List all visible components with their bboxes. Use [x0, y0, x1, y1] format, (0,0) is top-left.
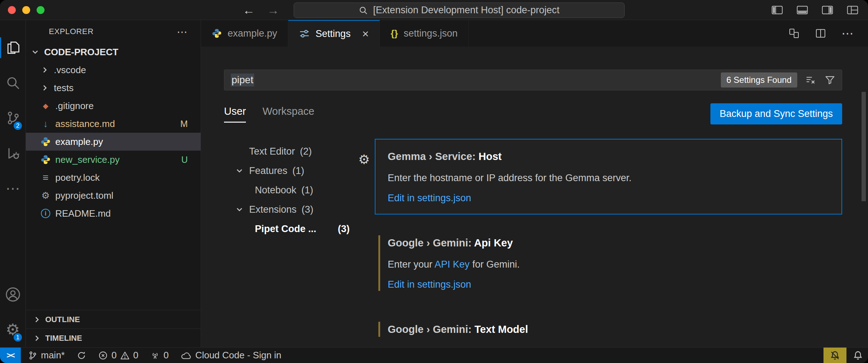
workbench: 2 ⋯ ⚙ 1 [0, 20, 868, 347]
clear-settings-search-icon[interactable] [805, 75, 816, 85]
remote-indicator[interactable]: >< [0, 348, 21, 363]
sync-icon [77, 351, 86, 360]
editor-actions: ⋯ [788, 20, 868, 47]
folder-tests[interactable]: tests [26, 79, 201, 97]
settings-toc: Text Editor (2) Features (1) Notebook (1… [224, 139, 375, 347]
activity-more-button[interactable]: ⋯ [0, 171, 25, 206]
history-navigation: ← → [243, 0, 279, 20]
file-pyproject-toml[interactable]: ⚙ pyproject.toml [26, 187, 201, 204]
run-debug-icon [5, 145, 21, 161]
tree-root-code-project[interactable]: CODE-PROJECT [26, 43, 201, 61]
minimize-window-button[interactable] [22, 6, 30, 14]
activity-search-button[interactable] [0, 65, 25, 100]
settings-found-badge: 6 Settings Found [721, 72, 797, 88]
tab-example-py[interactable]: example.py [201, 20, 288, 47]
scope-tab-user[interactable]: User [224, 105, 246, 123]
chevron-right-icon [40, 83, 50, 93]
toc-extensions[interactable]: Extensions (3) [224, 200, 375, 219]
file-assistance-md[interactable]: ↓ assistance.md M [26, 115, 201, 133]
toc-pipet-code[interactable]: Pipet Code ... (3) [224, 219, 375, 239]
settings-search-input[interactable]: pipet 6 Settings Found [224, 70, 842, 90]
scope-tab-workspace[interactable]: Workspace [262, 105, 314, 123]
setting-title: Gemma › Service: Host [388, 150, 829, 163]
folder-vscode[interactable]: .vscode [26, 61, 201, 79]
close-tab-icon[interactable]: × [362, 27, 369, 41]
more-actions-icon[interactable]: ⋯ [841, 26, 854, 41]
settings-search-value: pipet [231, 74, 254, 86]
activity-settings-button[interactable]: ⚙ 1 [0, 312, 25, 347]
bell-icon [853, 350, 863, 360]
command-center[interactable]: [Extension Development Host] code-projec… [294, 3, 625, 18]
file-poetry-lock[interactable]: ≡ poetry.lock [26, 169, 201, 187]
notifications-bell[interactable] [848, 348, 868, 363]
split-editor-icon[interactable] [815, 28, 826, 39]
explorer-title: EXPLORER [49, 27, 94, 36]
setting-google-gemini-api-key[interactable]: Google › Gemini: Api Key Enter your API … [375, 225, 842, 301]
toc-notebook[interactable]: Notebook (1) [224, 180, 375, 200]
scm-changes-badge: 2 [13, 121, 23, 131]
zoom-window-button[interactable] [37, 6, 45, 14]
vscode-window: ← → [Extension Development Host] code-pr… [0, 0, 868, 363]
radio-tower-icon [150, 351, 160, 360]
status-bar-right [823, 348, 868, 363]
sidebar-spacer [26, 222, 201, 310]
toc-features[interactable]: Features (1) [224, 161, 375, 180]
do-not-disturb-indicator[interactable] [823, 348, 846, 363]
lock-file-icon: ≡ [40, 172, 51, 183]
tab-settings-json[interactable]: {} settings.json [380, 20, 468, 47]
python-file-icon [40, 155, 51, 165]
tab-settings[interactable]: Settings × [288, 20, 380, 47]
activity-accounts-button[interactable] [0, 277, 25, 312]
file-gitignore[interactable]: ◆ .gitignore [26, 97, 201, 115]
open-changes-icon[interactable] [788, 28, 800, 39]
file-new-service-py[interactable]: new_service.py U [26, 151, 201, 169]
chevron-right-icon [40, 65, 50, 75]
problems-indicator[interactable]: 0 0 [93, 348, 143, 363]
toggle-panel-icon[interactable] [796, 5, 808, 15]
filter-settings-icon[interactable] [825, 75, 835, 85]
activity-source-control-button[interactable]: 2 [0, 100, 25, 136]
info-file-icon: i [40, 209, 51, 218]
edit-in-settings-json-link[interactable]: Edit in settings.json [388, 193, 471, 204]
edit-in-settings-json-link[interactable]: Edit in settings.json [388, 279, 471, 290]
cloud-icon [181, 351, 192, 360]
api-key-link[interactable]: API Key [435, 259, 470, 270]
sync-changes-button[interactable] [72, 348, 91, 363]
setting-description: Enter the hostname or IP address for the… [388, 171, 829, 185]
setting-gear-icon[interactable]: ⚙ [358, 153, 370, 166]
file-example-py[interactable]: example.py [26, 133, 201, 151]
toggle-primary-sidebar-icon[interactable] [771, 5, 783, 15]
timeline-section-header[interactable]: TIMELINE [26, 329, 201, 347]
search-icon [359, 6, 368, 15]
go-forward-button[interactable]: → [267, 3, 279, 17]
scrollbar-thumb[interactable] [862, 92, 866, 201]
activity-run-debug-button[interactable] [0, 136, 25, 171]
chevron-down-icon [31, 47, 40, 57]
branch-indicator[interactable]: main* [23, 348, 70, 363]
setting-gemma-service-host[interactable]: Gemma › Service: Host Enter the hostname… [375, 139, 842, 214]
file-readme-md[interactable]: i README.md [26, 204, 201, 222]
more-icon: ⋯ [6, 181, 20, 195]
git-status-badge-modified: M [180, 119, 188, 129]
bell-slash-icon [830, 350, 840, 360]
setting-google-gemini-text-model[interactable]: Google › Gemini: Text Model [375, 312, 842, 347]
backup-sync-settings-button[interactable]: Backup and Sync Settings [710, 103, 842, 124]
python-file-icon [212, 28, 222, 38]
setting-title: Google › Gemini: Api Key [388, 236, 829, 250]
cloud-code-signin[interactable]: Cloud Code - Sign in [176, 348, 286, 363]
chevron-down-icon [235, 166, 244, 175]
customize-layout-icon[interactable] [846, 5, 859, 15]
close-window-button[interactable] [8, 6, 16, 14]
toml-file-icon: ⚙ [40, 190, 51, 201]
status-bar: >< main* 0 0 [0, 347, 868, 363]
toc-text-editor[interactable]: Text Editor (2) [224, 142, 375, 161]
outline-section-header[interactable]: OUTLINE [26, 310, 201, 329]
file-tree: CODE-PROJECT .vscode tests ◆ .gitignore … [26, 43, 201, 222]
activity-explorer-button[interactable] [0, 30, 25, 65]
ports-indicator[interactable]: 0 [145, 348, 173, 363]
toggle-secondary-sidebar-icon[interactable] [821, 5, 834, 15]
remote-icon: >< [6, 352, 14, 359]
explorer-more-actions-icon[interactable]: ⋯ [177, 25, 188, 38]
go-back-button[interactable]: ← [243, 3, 255, 17]
setting-description: Enter your API Key for Gemini. [388, 258, 829, 271]
